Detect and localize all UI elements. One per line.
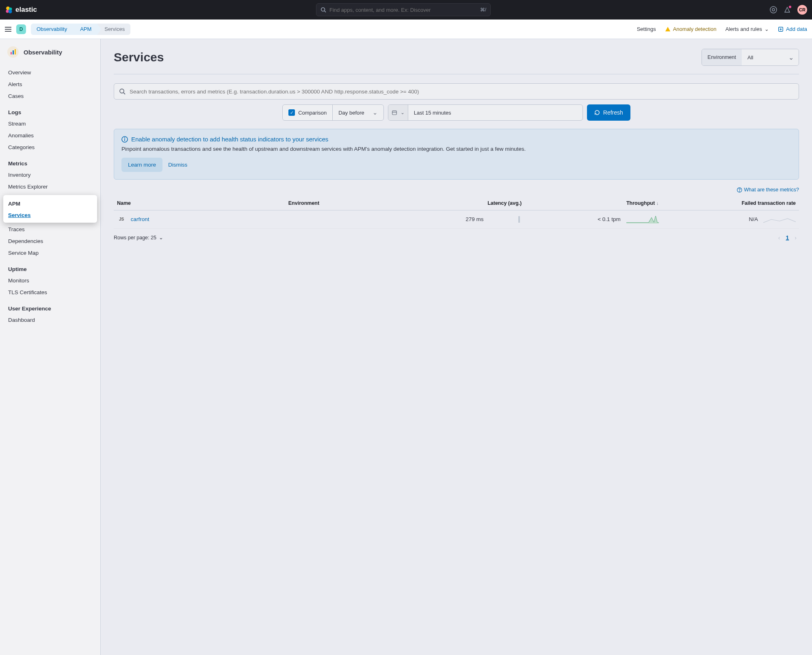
sidebar-group-uptime: Uptime	[0, 262, 100, 275]
checkbox-icon: ✓	[288, 109, 295, 116]
failed-sparkline	[763, 215, 796, 223]
query-bar[interactable]	[114, 83, 799, 100]
sidebar-group-ux: User Experience	[0, 301, 100, 314]
metrics-help-link[interactable]: What are these metrics?	[737, 187, 799, 193]
svg-point-17	[120, 89, 124, 93]
global-search-input[interactable]	[329, 7, 477, 13]
dismiss-button[interactable]: Dismiss	[168, 162, 187, 168]
breadcrumb: Observability APM Services	[31, 24, 130, 35]
comparison-range-select[interactable]: Day before	[332, 105, 383, 120]
global-search[interactable]: ⌘/	[316, 3, 491, 16]
col-environment[interactable]: Environment	[285, 196, 409, 210]
callout-body: Pinpoint anomalous transactions and see …	[121, 146, 791, 152]
query-input[interactable]	[130, 89, 794, 95]
comparison-toggle[interactable]: ✓ Comparison	[283, 105, 332, 120]
sidebar-item-dashboard[interactable]: Dashboard	[0, 314, 100, 326]
calendar-button[interactable]: ⌄	[388, 105, 408, 120]
page-next[interactable]: ›	[792, 233, 799, 243]
brand-text: elastic	[15, 6, 37, 14]
col-throughput[interactable]: Throughput↓	[525, 196, 662, 210]
svg-rect-16	[15, 49, 16, 54]
svg-rect-26	[518, 216, 520, 223]
sidebar-item-metrics-explorer[interactable]: Metrics Explorer	[0, 181, 100, 193]
plus-doc-icon	[778, 26, 784, 32]
cell-failed: N/A	[662, 210, 799, 228]
svg-point-25	[739, 191, 740, 191]
question-icon	[737, 187, 742, 193]
add-data-link[interactable]: Add data	[778, 26, 807, 32]
service-name-link[interactable]: carfront	[131, 216, 149, 222]
user-avatar[interactable]: CR	[797, 5, 807, 15]
refresh-button[interactable]: Refresh	[587, 104, 630, 121]
cell-latency: 279 ms	[408, 210, 525, 228]
page-prev[interactable]: ‹	[776, 233, 783, 243]
svg-point-4	[321, 8, 325, 11]
callout-title-text: Enable anomaly detection to add health s…	[131, 136, 328, 143]
services-table: Name Environment Latency (avg.) Throughp…	[114, 196, 799, 229]
page-title: Services	[114, 50, 164, 64]
space-selector[interactable]: D	[16, 24, 26, 34]
cell-environment	[285, 210, 409, 228]
sidebar-item-services[interactable]: Services	[3, 209, 97, 221]
page-current[interactable]: 1	[786, 234, 789, 241]
elastic-logo[interactable]: elastic	[5, 6, 37, 14]
sidebar-group-metrics: Metrics	[0, 156, 100, 169]
svg-line-5	[325, 11, 326, 13]
sidebar-item-tls[interactable]: TLS Certificates	[0, 286, 100, 298]
newsfeed-icon[interactable]	[784, 6, 791, 13]
svg-rect-19	[392, 111, 397, 115]
global-header: elastic ⌘/ CR	[0, 0, 812, 20]
sidebar-item-alerts[interactable]: Alerts	[0, 78, 100, 90]
chevron-down-icon: ⌄	[401, 110, 405, 115]
sidebar-group-apm-highlight: APM Services	[3, 195, 97, 223]
sidebar-item-cases[interactable]: Cases	[0, 90, 100, 102]
comparison-group: ✓ Comparison Day before	[282, 104, 384, 121]
sidebar-group-logs: Logs	[0, 105, 100, 118]
observability-icon	[7, 46, 19, 58]
svg-point-7	[772, 9, 775, 11]
menu-toggle-icon[interactable]	[5, 26, 11, 32]
rows-per-page[interactable]: Rows per page: 25 ⌄	[114, 234, 163, 241]
sidebar-group-apm: APM	[3, 197, 97, 209]
pagination: ‹ 1 ›	[776, 233, 799, 243]
info-icon	[121, 136, 128, 143]
sidebar-item-dependencies[interactable]: Dependencies	[0, 235, 100, 247]
learn-more-button[interactable]: Learn more	[121, 158, 162, 172]
sidebar-item-overview[interactable]: Overview	[0, 67, 100, 78]
environment-value[interactable]: All	[742, 49, 799, 65]
help-icon[interactable]	[770, 6, 777, 13]
col-name[interactable]: Name	[114, 196, 285, 210]
sidebar-item-monitors[interactable]: Monitors	[0, 275, 100, 286]
svg-point-23	[125, 138, 125, 138]
sidebar-item-categories[interactable]: Categories	[0, 141, 100, 153]
settings-link[interactable]: Settings	[637, 26, 656, 32]
refresh-icon	[594, 110, 600, 115]
anomaly-detection-link[interactable]: Anomaly detection	[665, 26, 717, 32]
search-icon	[320, 7, 326, 13]
solution-header: D Observability APM Services Settings An…	[0, 20, 812, 39]
calendar-icon	[392, 110, 397, 115]
search-shortcut: ⌘/	[480, 7, 486, 13]
svg-point-3	[9, 10, 12, 13]
table-row[interactable]: JS carfront 279 ms < 0.1 tpm N/A	[114, 210, 799, 228]
alerts-rules-dropdown[interactable]: Alerts and rules ⌄	[725, 26, 769, 32]
environment-select[interactable]: Environment All	[702, 49, 799, 66]
latency-sparkline	[489, 215, 522, 223]
col-failed[interactable]: Failed transaction rate	[662, 196, 799, 210]
sidebar-item-inventory[interactable]: Inventory	[0, 169, 100, 181]
sort-desc-icon: ↓	[656, 201, 659, 206]
col-latency[interactable]: Latency (avg.)	[408, 196, 525, 210]
date-picker[interactable]: ⌄ Last 15 minutes	[388, 104, 583, 121]
date-range-value[interactable]: Last 15 minutes	[408, 105, 582, 120]
chevron-down-icon: ⌄	[764, 26, 769, 32]
anomaly-callout: Enable anomaly detection to add health s…	[114, 129, 799, 180]
breadcrumb-observability[interactable]: Observability	[31, 24, 73, 35]
service-lang-badge: JS	[117, 216, 126, 223]
sidebar-item-anomalies[interactable]: Anomalies	[0, 130, 100, 141]
search-icon	[119, 88, 126, 95]
sidebar-item-traces[interactable]: Traces	[0, 223, 100, 235]
sidebar: Observability Overview Alerts Cases Logs…	[0, 39, 101, 655]
sidebar-item-stream[interactable]: Stream	[0, 118, 100, 130]
breadcrumb-services: Services	[97, 24, 130, 35]
sidebar-item-service-map[interactable]: Service Map	[0, 247, 100, 259]
